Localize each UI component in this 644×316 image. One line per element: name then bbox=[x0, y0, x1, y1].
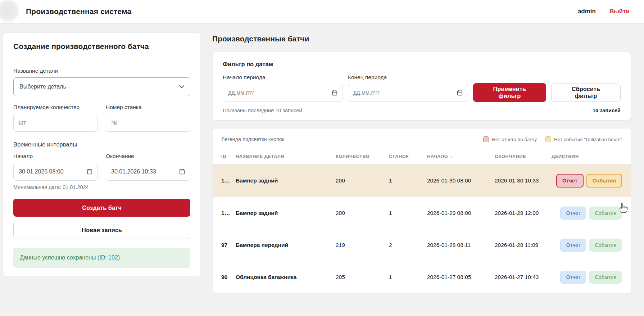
app-title: Производственная система bbox=[26, 7, 131, 16]
reset-filter-button[interactable]: Сбросить фильтр bbox=[551, 83, 621, 102]
cell-actions: ОтчетСобытия bbox=[549, 164, 631, 197]
report-button[interactable]: Отчет bbox=[560, 239, 586, 252]
column-header[interactable]: ДЕЙСТВИЯ bbox=[549, 148, 631, 164]
machine-label: Номер станка bbox=[106, 104, 190, 110]
table-row: 96Облицовка багажника20512026-01-27 08:0… bbox=[213, 261, 631, 293]
part-select[interactable]: Выберите деталь bbox=[13, 77, 190, 96]
period-end-date-input[interactable]: дд.мм.гггг bbox=[348, 84, 468, 102]
start-datetime-input[interactable]: 30.01.2026 08:00 bbox=[13, 163, 98, 181]
column-header-label: КОЛИЧЕСТВО bbox=[336, 154, 369, 159]
column-header[interactable]: СТАНОК bbox=[386, 148, 424, 164]
cell-id: 101 bbox=[213, 197, 233, 229]
events-button[interactable]: События bbox=[586, 174, 622, 188]
min-date-hint: Минимальная дата: 01.01.2024 bbox=[13, 184, 190, 190]
part-name-label: Название детали bbox=[13, 68, 190, 74]
page-content: Создание производственного батча Названи… bbox=[0, 23, 644, 294]
cell-id: 97 bbox=[213, 229, 233, 261]
cell-part-name: Бампера передний bbox=[233, 229, 333, 261]
column-header-label: НАЗВАНИЕ ДЕТАЛИ bbox=[236, 154, 284, 159]
cell-start: 2026-01-29 08:00 bbox=[424, 197, 492, 229]
chevron-down-icon bbox=[179, 85, 184, 89]
legend-swatch-icon bbox=[483, 136, 489, 142]
new-record-button[interactable]: Новая запись bbox=[13, 221, 190, 239]
table-header-row: IDНАЗВАНИЕ ДЕТАЛИКОЛИЧЕСТВОСТАНОКНАЧАЛО↓… bbox=[213, 148, 631, 164]
cell-machine: 2 bbox=[386, 229, 424, 261]
period-start-placeholder: дд.мм.гггг bbox=[228, 90, 254, 96]
cell-machine: 1 bbox=[386, 164, 424, 197]
cell-id: 102 bbox=[213, 164, 233, 197]
cell-end: 2026-01-29 12:00 bbox=[492, 197, 549, 229]
end-datetime-value: 30.01.2026 10:33 bbox=[111, 168, 156, 175]
username: admin bbox=[578, 8, 596, 15]
apply-filter-button[interactable]: Применить фильтр bbox=[473, 83, 546, 102]
legend-label: Нет события "Utilization hours" bbox=[554, 137, 622, 142]
cell-end: 2026-01-28 11:09 bbox=[492, 229, 549, 261]
create-batch-button[interactable]: Создать батч bbox=[13, 199, 190, 217]
batches-table: IDНАЗВАНИЕ ДЕТАЛИКОЛИЧЕСТВОСТАНОКНАЧАЛО↓… bbox=[213, 148, 631, 293]
batches-section: Производственные батчи Фильтр по датам Н… bbox=[212, 32, 631, 294]
qty-label: Планируемое количество bbox=[13, 104, 98, 110]
cell-quantity: 205 bbox=[333, 261, 386, 293]
date-filter-card: Фильтр по датам Начало периода дд.мм.ггг… bbox=[212, 52, 631, 120]
column-header-label: ДЕЙСТВИЯ bbox=[552, 154, 579, 159]
cell-quantity: 200 bbox=[333, 164, 386, 197]
success-alert: Данные успешно сохранены (ID: 102) bbox=[13, 248, 190, 268]
batch-table-body: 102Бампер задний20012026-01-30 08:002026… bbox=[213, 164, 631, 293]
start-label: Начало bbox=[13, 153, 98, 159]
cell-end: 2026-01-27 10:43 bbox=[492, 261, 549, 293]
column-header-label: ОКОНЧАНИЕ bbox=[495, 154, 526, 159]
cell-start: 2026-01-30 08:00 bbox=[424, 164, 492, 197]
cell-machine: 1 bbox=[386, 197, 424, 229]
legend-title: Легенда подсветки кнопок bbox=[221, 136, 284, 142]
qty-input[interactable] bbox=[13, 114, 98, 132]
column-header[interactable]: НАЧАЛО↓ bbox=[424, 148, 492, 164]
report-button[interactable]: Отчет bbox=[560, 207, 586, 220]
column-header[interactable]: ID bbox=[213, 148, 233, 164]
sort-desc-icon: ↓ bbox=[450, 154, 452, 159]
app-logo bbox=[0, 0, 19, 22]
batches-title: Производственные батчи bbox=[212, 35, 631, 43]
column-header[interactable]: КОЛИЧЕСТВО bbox=[333, 148, 386, 164]
end-datetime-input[interactable]: 30.01.2026 10:33 bbox=[106, 163, 190, 181]
calendar-icon bbox=[457, 90, 463, 96]
intervals-section-label: Временные интервалы bbox=[13, 141, 190, 148]
cell-actions: ОтчетСобытия bbox=[549, 229, 631, 261]
cell-start: 2026-01-27 08:05 bbox=[424, 261, 492, 293]
cell-actions: ОтчетСобытия bbox=[549, 197, 631, 229]
app-header: Производственная система admin Выйти bbox=[0, 0, 644, 23]
column-header[interactable]: ОКОНЧАНИЕ bbox=[492, 148, 549, 164]
cell-machine: 1 bbox=[386, 261, 424, 293]
records-count-badge: 10 записей bbox=[593, 108, 621, 113]
legend-item: Нет отчета по батчу bbox=[483, 136, 537, 142]
table-row: 101Бампер задний20012026-01-29 08:002026… bbox=[213, 197, 631, 229]
create-batch-card: Создание производственного батча Названи… bbox=[3, 32, 201, 277]
form-title: Создание производственного батча bbox=[13, 42, 190, 51]
cell-part-name: Облицовка багажника bbox=[233, 261, 333, 293]
cell-quantity: 200 bbox=[333, 197, 386, 229]
cell-end: 2026-01-30 10:33 bbox=[492, 164, 549, 197]
legend: Нет отчета по батчуНет события "Utilizat… bbox=[483, 136, 622, 142]
logout-link[interactable]: Выйти bbox=[609, 8, 630, 15]
cell-start: 2026-01-28 08:11 bbox=[424, 229, 492, 261]
legend-swatch-icon bbox=[545, 136, 551, 142]
period-start-date-input[interactable]: дд.мм.гггг bbox=[223, 84, 343, 102]
machine-input[interactable] bbox=[106, 114, 190, 132]
start-datetime-value: 30.01.2026 08:00 bbox=[19, 168, 64, 175]
column-header-label: ID bbox=[221, 154, 226, 159]
calendar-icon bbox=[179, 169, 185, 175]
filter-title: Фильтр по датам bbox=[223, 61, 621, 68]
report-button[interactable]: Отчет bbox=[556, 174, 584, 188]
showing-records-text: Показаны последние 10 записей bbox=[223, 108, 302, 113]
column-header[interactable]: НАЗВАНИЕ ДЕТАЛИ bbox=[233, 148, 333, 164]
end-label: Окончание bbox=[106, 153, 190, 159]
table-row: 97Бампера передний21922026-01-28 08:1120… bbox=[213, 229, 631, 261]
period-end-label: Конец периода bbox=[348, 74, 468, 81]
table-row: 102Бампер задний20012026-01-30 08:002026… bbox=[213, 164, 631, 197]
events-button[interactable]: События bbox=[589, 207, 622, 220]
column-header-label: СТАНОК bbox=[389, 154, 409, 159]
events-button[interactable]: События bbox=[589, 239, 622, 252]
events-button[interactable]: События bbox=[589, 271, 622, 284]
period-start-label: Начало периода bbox=[223, 74, 343, 81]
column-header-label: НАЧАЛО bbox=[427, 154, 448, 159]
report-button[interactable]: Отчет bbox=[560, 271, 586, 284]
